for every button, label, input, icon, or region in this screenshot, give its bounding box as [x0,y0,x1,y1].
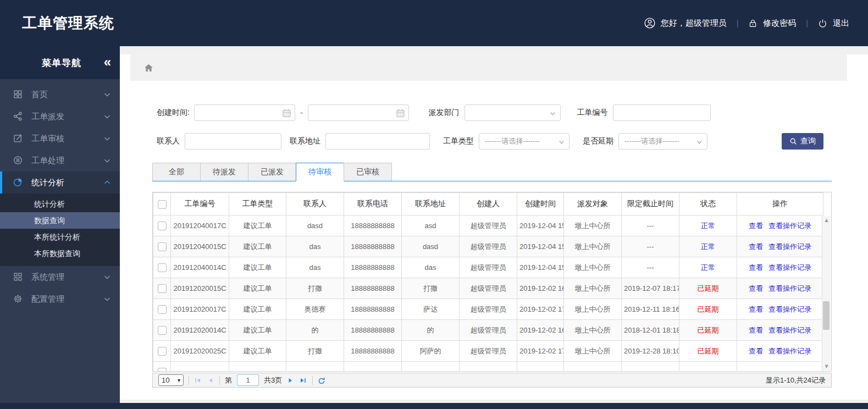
page-size-select[interactable]: 10 ▾ [158,374,184,386]
chevron-double-left-icon[interactable]: « [104,56,111,69]
dispatch-dept-label: 派发部门 [429,108,460,118]
sidebar-item-process[interactable]: 工单处理 [0,150,120,172]
cell-type: 建议工单 [229,236,286,257]
cell-actions: 查看查看操作记录 [737,215,823,236]
cell-address: 打撒 [402,278,460,299]
cell-status: 正常 [679,257,737,278]
view-link[interactable]: 查看 [749,305,763,313]
edit-icon [13,134,23,143]
search-button[interactable]: 查询 [782,133,823,150]
sidebar-header: 菜单导航 « [0,46,120,79]
created-to-input[interactable] [308,105,408,120]
cell-target: 墩上中心所 [564,257,622,278]
sidebar-menu: 首页工单派发工单审核工单处理统计分析统计分析数据查询本所统计分析本所数据查询系统… [0,79,120,310]
view-log-link[interactable]: 查看操作记录 [769,326,811,334]
tab-dispatched[interactable]: 已派发 [248,163,296,181]
orders-table: 工单编号工单类型联系人联系电话联系地址创建人创建时间派发对象限定截止时间状态操作… [153,192,823,372]
address-input[interactable] [326,134,429,149]
view-log-link[interactable]: 查看操作记录 [769,222,811,230]
last-page-button[interactable] [300,377,307,384]
first-page-button[interactable] [194,377,202,384]
records-summary: 显示1-10,共24记录 [766,375,826,385]
sidebar-item-system[interactable]: 系统管理 [0,266,120,288]
cell-target: 墩上中心所 [564,236,622,257]
sidebar-item-stats[interactable]: 统计分析 [0,172,120,194]
chevron-down-icon [696,139,703,145]
dispatch-dept-select[interactable] [465,104,561,121]
calendar-icon[interactable] [282,108,291,118]
refresh-icon[interactable] [318,377,325,384]
tab-all[interactable]: 全部 [152,163,201,181]
contact-input[interactable] [185,134,281,149]
share-icon [13,112,23,121]
scrollbar-thumb[interactable] [823,301,830,330]
sidebar-item-dispatch[interactable]: 工单派发 [0,106,120,128]
row-checkbox[interactable] [158,242,167,251]
submenu-item-data-query[interactable]: 数据查询 [0,212,120,229]
page-label: 第 [225,375,232,385]
logout-button[interactable]: 退出 [818,18,849,29]
chevron-up-icon [103,179,111,186]
row-checkbox[interactable] [158,326,167,335]
cell-status: 已延期 [679,299,737,320]
view-link[interactable]: 查看 [749,284,763,292]
scroll-up-arrow[interactable]: ▲ [822,218,831,223]
view-link[interactable]: 查看 [749,263,763,272]
row-checkbox[interactable] [158,347,167,356]
view-link[interactable]: 查看 [749,347,763,355]
sidebar-item-home[interactable]: 首页 [0,84,120,106]
submenu-item-branch-data-query[interactable]: 本所数据查询 [0,245,120,262]
select-all-checkbox[interactable] [158,200,167,209]
cell-actions: 查看查看操作记录 [737,236,823,257]
row-checkbox[interactable] [158,263,167,272]
row-checkbox[interactable] [158,305,167,314]
app-title: 工单管理系统 [22,13,114,33]
page-number-input[interactable] [237,374,259,386]
tab-pending-dispatch[interactable]: 待派发 [200,163,248,181]
sidebar-submenu: 统计分析数据查询本所统计分析本所数据查询 [0,194,120,266]
cell-address: 萨达 [402,299,460,320]
column-header: 创建人 [460,193,517,215]
submenu-item-branch-stats[interactable]: 本所统计分析 [0,229,120,245]
cell-deadline: 2019-12-11 18:16 [622,299,679,320]
order-type-select[interactable]: -------请选择------- [479,133,570,150]
is-delayed-select[interactable]: -------请选择------- [618,133,707,150]
cell-contact: 打撒 [286,341,344,362]
select-value: -------请选择------- [485,136,540,146]
view-log-link[interactable]: 查看操作记录 [769,347,811,355]
user-circle-icon [644,18,655,29]
table-header-row: 工单编号工单类型联系人联系电话联系地址创建人创建时间派发对象限定截止时间状态操作 [153,193,823,215]
created-from-input[interactable] [195,105,295,120]
cell-empty [679,362,737,372]
calendar-icon[interactable] [396,108,405,118]
view-link[interactable]: 查看 [749,242,763,251]
prev-page-button[interactable] [207,377,214,384]
cell-target: 墩上中心所 [564,341,622,362]
view-log-link[interactable]: 查看操作记录 [769,242,811,251]
cell-target: 墩上中心所 [564,278,622,299]
view-log-link[interactable]: 查看操作记录 [769,305,811,313]
user-greeting[interactable]: 您好，超级管理员 [644,18,727,29]
tab-reviewed[interactable]: 已审核 [344,163,392,181]
cell-deadline: --- [622,215,679,236]
table-scrollbar[interactable]: ▲ ▼ [822,216,831,371]
sidebar-item-review[interactable]: 工单审核 [0,128,120,150]
row-checkbox[interactable] [158,368,167,372]
order-no-label: 工单编号 [577,108,608,118]
chevron-down-icon [103,113,111,120]
scroll-down-arrow[interactable]: ▼ [822,364,831,369]
cell-deadline: --- [622,257,679,278]
tab-pending-review[interactable]: 待审核 [296,163,344,181]
submenu-item-stats-analysis[interactable]: 统计分析 [0,196,120,212]
row-checkbox[interactable] [158,222,167,230]
home-icon[interactable] [144,63,153,73]
view-link[interactable]: 查看 [749,326,763,334]
row-checkbox[interactable] [158,284,167,293]
next-page-button[interactable] [287,377,295,384]
view-log-link[interactable]: 查看操作记录 [769,263,811,272]
sidebar-item-config[interactable]: 配置管理 [0,288,120,310]
order-no-input[interactable] [613,105,710,120]
change-password-button[interactable]: 修改密码 [748,18,796,29]
view-link[interactable]: 查看 [749,222,763,230]
view-log-link[interactable]: 查看操作记录 [769,284,811,292]
